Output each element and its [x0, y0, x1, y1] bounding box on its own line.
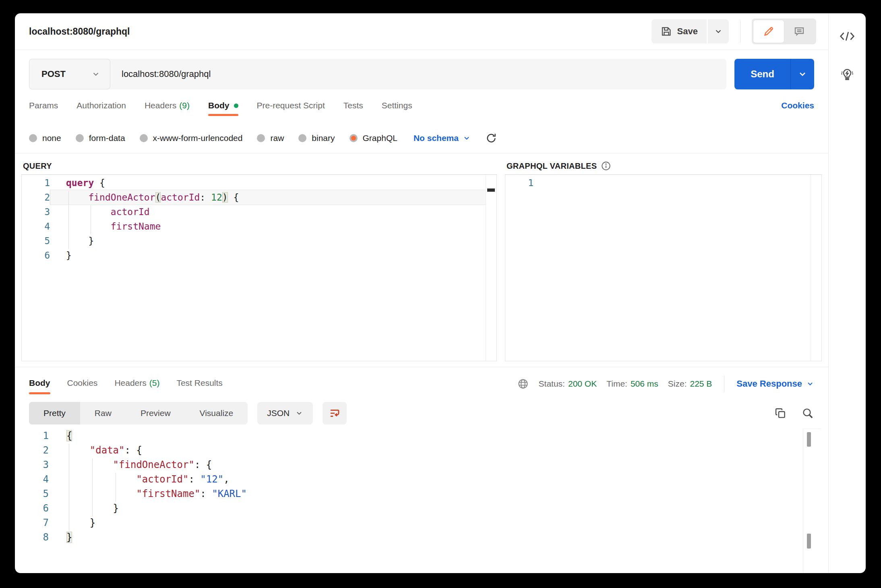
line-number: 1	[505, 176, 534, 190]
code-token: query	[66, 178, 94, 188]
code-token: {	[228, 192, 239, 203]
code-line: 8}	[15, 530, 802, 545]
save-button[interactable]: Save	[651, 19, 707, 43]
variables-editor[interactable]: 1	[505, 174, 822, 361]
send-button[interactable]: Send	[734, 59, 814, 89]
refresh-schema-button[interactable]	[485, 132, 497, 144]
request-row: POST localhost:8080/graphql Send	[15, 50, 828, 98]
response-status-group: Status:200 OK Time:506 ms Size:225 B Sav…	[517, 375, 814, 392]
line-number: 1	[22, 176, 50, 190]
code-text: "findOneActor": {	[49, 458, 802, 472]
tab-tests[interactable]: Tests	[343, 98, 363, 117]
response-headers-count: (5)	[149, 378, 160, 387]
send-options-button[interactable]	[790, 59, 814, 89]
code-token: "data"	[90, 445, 125, 456]
code-line: 1{	[15, 429, 802, 443]
code-line: 5 "firstName": "KARL"	[15, 487, 802, 501]
view-visualize[interactable]: Visualize	[185, 402, 248, 424]
cookies-link[interactable]: Cookies	[781, 98, 814, 110]
code-token: :	[200, 192, 205, 203]
mode-graphql[interactable]: GraphQL	[350, 133, 397, 143]
query-label: QUERY	[23, 161, 52, 171]
refresh-icon	[485, 132, 497, 144]
code-text: "actorId": "12",	[49, 472, 802, 487]
response-tab-cookies[interactable]: Cookies	[67, 370, 98, 398]
response-tab-test-results[interactable]: Test Results	[176, 370, 222, 398]
code-token	[66, 192, 88, 203]
scrollbar-thumb[interactable]	[807, 432, 811, 447]
save-options-button[interactable]	[708, 19, 729, 43]
response-scrollbar[interactable]	[803, 429, 821, 573]
schema-selector[interactable]: No schema	[414, 133, 471, 143]
view-raw[interactable]: Raw	[80, 402, 126, 424]
response-tab-headers[interactable]: Headers(5)	[114, 370, 159, 398]
radio-icon	[29, 134, 37, 142]
edit-comment-toggle	[752, 19, 816, 44]
scroll-annotation	[487, 188, 495, 192]
network-globe-icon	[517, 378, 529, 390]
save-button-label: Save	[677, 26, 698, 37]
query-editor[interactable]: 1query {2 findOneActor(actorId: 12) {3 a…	[21, 174, 497, 361]
body-modified-dot	[234, 104, 238, 108]
tab-headers[interactable]: Headers(9)	[145, 98, 190, 117]
code-token: }	[66, 236, 94, 246]
view-preview[interactable]: Preview	[126, 402, 185, 424]
url-input[interactable]: localhost:8080/graphql	[110, 69, 211, 79]
mode-form-data[interactable]: form-data	[76, 133, 125, 143]
view-pretty[interactable]: Pretty	[29, 402, 80, 424]
line-number: 4	[22, 219, 50, 234]
line-number: 6	[15, 501, 49, 516]
tab-authorization[interactable]: Authorization	[77, 98, 126, 117]
code-token: 12	[211, 192, 222, 203]
size-pair: Size:225 B	[668, 379, 712, 389]
tab-pre-request-script[interactable]: Pre-request Script	[257, 98, 325, 117]
screen: { "colors": { "accent_orange": "#FF6C37"…	[0, 0, 881, 588]
divider	[724, 375, 724, 392]
code-token: :	[188, 474, 200, 485]
line-number: 6	[22, 248, 50, 263]
radio-icon	[140, 134, 148, 142]
pencil-icon	[763, 25, 775, 37]
code-text: firstName	[50, 219, 486, 234]
lightbulb-bolt-icon	[839, 66, 855, 83]
query-scrollbar[interactable]	[486, 175, 496, 361]
mode-binary[interactable]: binary	[298, 133, 335, 143]
response-tab-body[interactable]: Body	[29, 370, 50, 398]
line-number: 4	[15, 472, 49, 487]
copy-response-button[interactable]	[774, 407, 787, 420]
wrap-text-icon	[329, 407, 341, 419]
tab-settings[interactable]: Settings	[382, 98, 412, 117]
code-snippet-button[interactable]	[839, 29, 855, 43]
mode-x-www-form-urlencoded[interactable]: x-www-form-urlencoded	[140, 133, 243, 143]
hints-button[interactable]	[839, 66, 855, 83]
code-token: "KARL"	[212, 488, 247, 499]
mode-raw[interactable]: raw	[257, 133, 284, 143]
code-token: findOneActor	[88, 192, 155, 203]
line-number: 1	[15, 429, 49, 443]
tab-params[interactable]: Params	[29, 98, 58, 117]
code-token: )	[222, 192, 228, 203]
info-icon[interactable]	[601, 161, 611, 171]
search-response-button[interactable]	[801, 407, 814, 420]
method-select[interactable]: POST	[29, 59, 110, 89]
code-token	[205, 192, 211, 203]
mode-none[interactable]: none	[29, 133, 61, 143]
beautify-button[interactable]	[323, 402, 347, 424]
code-text: query {	[50, 176, 486, 190]
line-number: 2	[22, 190, 50, 205]
response-code: 1{2 "data": {3 "findOneActor": {4 "actor…	[15, 426, 802, 573]
code-text: findOneActor(actorId: 12) {	[50, 190, 486, 205]
comments-button[interactable]	[784, 20, 815, 43]
edit-mode-button[interactable]	[753, 20, 784, 43]
code-line: 6}	[22, 248, 486, 263]
save-response-button[interactable]: Save Response	[736, 379, 814, 389]
code-token	[66, 474, 136, 485]
code-text: }	[49, 530, 802, 545]
scrollbar-thumb[interactable]	[807, 534, 811, 549]
language-select[interactable]: JSON	[257, 402, 313, 424]
tab-body[interactable]: Body	[208, 98, 238, 117]
variables-scrollbar[interactable]	[811, 175, 821, 361]
response-actions	[774, 407, 814, 420]
response-body[interactable]: 1{2 "data": {3 "findOneActor": {4 "actor…	[15, 426, 828, 573]
method-value: POST	[41, 69, 66, 79]
